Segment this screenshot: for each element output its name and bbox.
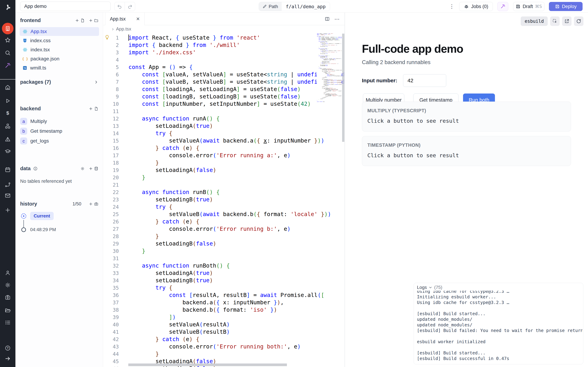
log-line (417, 345, 582, 350)
vertical-scrollbar[interactable] (342, 34, 344, 142)
favorites-button[interactable] (0, 36, 16, 44)
add-file-button[interactable] (75, 18, 85, 23)
nav-routes[interactable] (0, 181, 16, 189)
code-line: 3import './index.css' (103, 49, 345, 56)
collapse-rail-button[interactable] (0, 355, 16, 362)
code-line: 15 setValueA(await backend.a({ x: inputN… (103, 137, 345, 144)
add-backend-script-button[interactable] (89, 107, 99, 111)
redo-button[interactable] (125, 2, 135, 11)
packages-expand-button[interactable] (94, 80, 99, 84)
editor-more-icon[interactable]: ⋯ (334, 16, 340, 22)
code-line: 13 setLoadingA(true) (103, 122, 345, 130)
logs-output[interactable]: Using idb cache for csstype@3.2.3 …Initi… (417, 291, 582, 363)
tab-app-tsx[interactable]: App.tsx ✕ (105, 13, 145, 25)
jobs-button[interactable]: Jobs (0) (459, 2, 493, 11)
nav-inbox[interactable] (0, 192, 16, 200)
nav-settings[interactable] (0, 281, 16, 289)
add-folder-button[interactable] (89, 18, 99, 23)
runnable-name: get_logs (30, 138, 49, 144)
nav-variables[interactable]: $ (0, 109, 16, 117)
file-item-app-tsx[interactable]: App.tsx (20, 27, 99, 36)
breadcrumb[interactable]: › App.tsx (103, 25, 345, 33)
backend-item-multiply[interactable]: a Multiply (20, 117, 99, 126)
code-line: 8 const [loadingA, setLoadingA] = useSta… (103, 85, 345, 93)
search-button[interactable] (0, 49, 16, 57)
plus-icon (75, 18, 79, 23)
backend-item-get-timestamp[interactable]: b Get timestamp (20, 127, 99, 135)
frontend-section-header: frontend (20, 17, 99, 23)
graduation-cap-icon (5, 148, 11, 154)
file-item-package-json[interactable]: { } package.json (20, 54, 99, 63)
log-line: [esbuild] Build started... (417, 311, 582, 317)
nav-users[interactable] (0, 269, 16, 277)
app-name-input[interactable] (20, 1, 111, 11)
logs-header[interactable]: Logs (75) (417, 285, 442, 290)
ai-wand-button[interactable] (497, 2, 508, 11)
data-settings-button[interactable] (80, 166, 85, 171)
path-chip[interactable]: Path f/all/demo_app (259, 2, 330, 11)
open-external-button[interactable] (562, 17, 571, 26)
workspace-button[interactable] (2, 23, 14, 34)
runnable-name: Multiply (30, 118, 47, 124)
breadcrumb-file: App.tsx (116, 26, 131, 32)
log-line: Using idb cache for csstype@3.2.3 … (417, 291, 582, 294)
nav-learn[interactable] (0, 147, 16, 155)
preview-toolbar: esbuild (521, 17, 583, 26)
file-item-wmill-ts[interactable]: TS wmill.ts (20, 64, 99, 72)
draft-shortcut: ⌘S (535, 4, 542, 9)
save-icon (516, 4, 520, 9)
draft-button[interactable]: Draft ⌘S (513, 2, 544, 11)
windmill-logo-icon (4, 4, 11, 11)
nav-add[interactable] (0, 206, 16, 214)
home-icon (5, 84, 11, 91)
nav-audit-logs[interactable] (0, 319, 16, 326)
external-link-icon (564, 18, 570, 24)
code-line: 27 console.error('Error running b:', e) (103, 225, 345, 233)
minimap[interactable]: import React, { useState } from 'react'i… (317, 33, 342, 102)
file-item-index-tsx[interactable]: index.tsx (20, 45, 99, 54)
undo-redo-group (114, 2, 135, 11)
history-current-row[interactable]: Current (21, 212, 54, 220)
close-tab-icon[interactable]: ✕ (136, 16, 140, 22)
building-icon (5, 25, 11, 32)
horizontal-scrollbar[interactable] (128, 364, 287, 366)
file-item-index-css[interactable]: 3 index.css (20, 36, 99, 45)
help-button[interactable]: ? (0, 344, 16, 352)
list-icon (5, 319, 11, 326)
history-snapshot-row[interactable]: 04:48:29 PM (21, 227, 56, 232)
undo-button[interactable] (115, 2, 125, 11)
file-name: App.tsx (31, 29, 47, 34)
path-value: f/all/demo_app (282, 2, 330, 11)
nav-home[interactable] (0, 83, 16, 91)
inspect-element-button[interactable] (550, 17, 560, 26)
nav-folders[interactable] (0, 306, 16, 314)
worker-box-icon (5, 294, 11, 301)
history-current-node-icon (21, 213, 26, 219)
dollar-icon: $ (5, 110, 11, 116)
nav-runs[interactable] (0, 97, 16, 105)
add-table-button[interactable] (89, 166, 99, 171)
css-icon: 3 (22, 38, 27, 43)
log-line: [esbuild] Build successful in 0.47s (417, 356, 582, 361)
nav-resources[interactable] (0, 122, 16, 130)
input-number-field[interactable] (403, 74, 446, 87)
snapshot-button[interactable] (89, 202, 99, 206)
nav-schedules[interactable] (0, 166, 16, 174)
split-editor-icon[interactable] (324, 16, 330, 22)
code-line: 18 } (103, 159, 345, 166)
code-line: 25 setValueB(await backend.b({ format: '… (103, 210, 345, 218)
code-line: 30 } (103, 247, 345, 255)
deploy-button[interactable]: Deploy (549, 2, 583, 11)
runnable-name: Get timestamp (30, 128, 62, 134)
code-line: 41 setValueB(resultB) (103, 328, 345, 335)
code-viewport[interactable]: 1import React, { useState } from 'react'… (103, 33, 345, 367)
backend-item-get-logs[interactable]: c get_logs (20, 137, 99, 145)
packages-section-header[interactable]: packages (7) (20, 79, 99, 85)
undo-icon (117, 4, 122, 9)
more-menu-button[interactable]: ⋮ (448, 2, 456, 10)
nav-triggers[interactable] (0, 135, 16, 143)
refresh-preview-button[interactable] (574, 17, 583, 26)
windmill-logo[interactable] (0, 3, 16, 11)
ai-button[interactable] (0, 62, 16, 69)
nav-workers[interactable] (0, 294, 16, 301)
